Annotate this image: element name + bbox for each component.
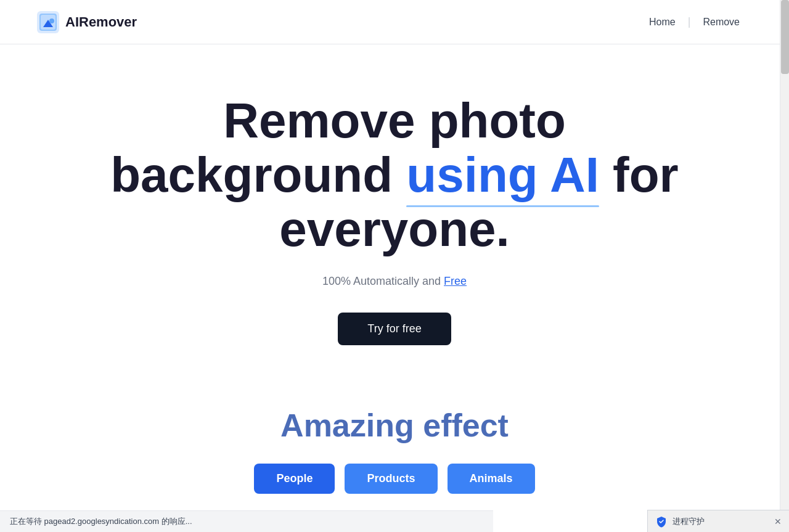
- hero-subtitle: 100% Automatically and Free: [37, 275, 752, 288]
- process-protection-bar: 进程守护 ✕: [647, 510, 789, 532]
- nav-home[interactable]: Home: [637, 17, 688, 28]
- hero-title: Remove photo background using AI for eve…: [37, 94, 752, 256]
- process-close-button[interactable]: ✕: [774, 517, 782, 526]
- category-products-button[interactable]: Products: [345, 464, 437, 494]
- svg-point-3: [49, 18, 54, 23]
- hero-title-line2: background using AI for: [110, 147, 679, 202]
- logo-icon: [37, 11, 59, 33]
- shield-icon: [655, 515, 668, 528]
- logo-text: AIRemover: [65, 14, 137, 30]
- hero-subtitle-text: 100% Automatically and: [322, 275, 444, 287]
- status-text: 正在等待 pagead2.googlesyndication.com 的响应..…: [10, 517, 192, 526]
- category-buttons: People Products Animals: [37, 464, 752, 494]
- nav: Home | Remove: [637, 15, 752, 28]
- hero-section: Remove photo background using AI for eve…: [0, 44, 789, 382]
- try-for-free-button[interactable]: Try for free: [338, 313, 451, 345]
- scrollbar-thumb[interactable]: [781, 0, 789, 74]
- category-animals-button[interactable]: Animals: [448, 464, 535, 494]
- hero-free-link[interactable]: Free: [444, 275, 467, 287]
- bottom-status-bar: 正在等待 pagead2.googlesyndication.com 的响应..…: [0, 510, 493, 532]
- nav-remove[interactable]: Remove: [690, 17, 752, 28]
- hero-title-line3: everyone.: [279, 202, 510, 256]
- amazing-title: Amazing effect: [37, 407, 752, 444]
- category-people-button[interactable]: People: [254, 464, 335, 494]
- logo-area: AIRemover: [37, 11, 137, 33]
- hero-title-highlight: using AI: [406, 148, 599, 202]
- amazing-section: Amazing effect People Products Animals: [0, 382, 789, 531]
- header: AIRemover Home | Remove: [0, 0, 789, 44]
- process-protection-label: 进程守护: [672, 516, 705, 527]
- hero-title-line1: Remove photo: [223, 93, 566, 148]
- scrollbar[interactable]: [780, 0, 789, 532]
